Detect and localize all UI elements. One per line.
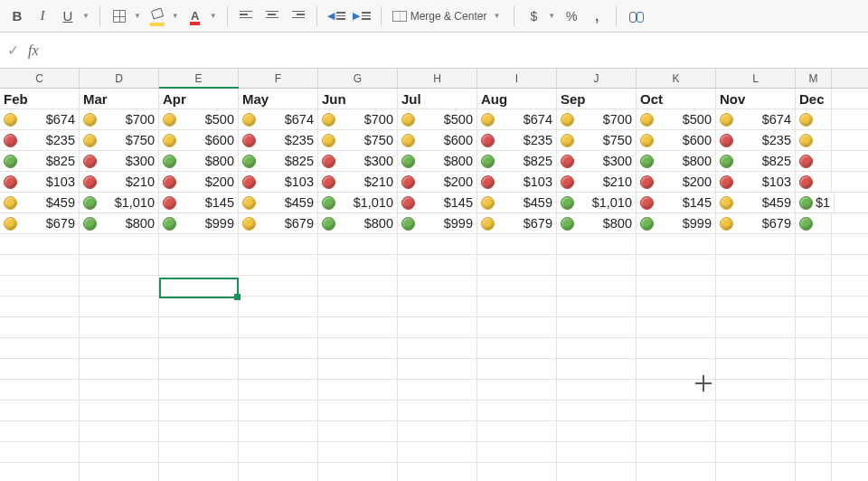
empty-cell[interactable] — [796, 359, 832, 379]
empty-cell[interactable] — [637, 463, 716, 481]
month-header-cell[interactable]: Nov — [716, 89, 796, 108]
empty-cell[interactable] — [159, 359, 239, 379]
column-header[interactable]: G — [318, 69, 398, 88]
empty-cell[interactable] — [557, 380, 637, 400]
chevron-down-icon[interactable]: ▼ — [207, 12, 220, 20]
empty-cell[interactable] — [239, 276, 318, 296]
column-header[interactable]: I — [477, 69, 557, 88]
fx-icon[interactable]: fx — [28, 42, 39, 59]
underline-combo[interactable]: U ▼ — [56, 5, 92, 28]
empty-cell[interactable] — [477, 421, 557, 441]
align-center-button[interactable] — [260, 5, 284, 28]
empty-cell[interactable] — [557, 276, 637, 296]
empty-cell[interactable] — [796, 442, 832, 462]
empty-cell[interactable] — [80, 255, 159, 275]
percent-button[interactable]: % — [560, 5, 583, 28]
font-color-combo[interactable]: A ▼ — [184, 5, 220, 28]
data-cell[interactable]: $235 — [239, 130, 318, 150]
underline-button[interactable]: U — [56, 5, 80, 28]
empty-cell[interactable] — [637, 401, 716, 420]
data-cell[interactable]: $1,010 — [80, 193, 159, 212]
empty-cell[interactable] — [477, 276, 557, 296]
empty-cell[interactable] — [796, 401, 832, 420]
borders-combo[interactable]: ▼ — [108, 5, 144, 28]
empty-cell[interactable] — [80, 401, 159, 420]
data-cell[interactable]: $600 — [637, 130, 716, 150]
empty-cell[interactable] — [80, 234, 159, 254]
empty-cell[interactable] — [477, 401, 557, 420]
empty-cell[interactable] — [716, 297, 796, 316]
empty-cell[interactable] — [318, 442, 398, 462]
data-cell[interactable]: $459 — [0, 193, 80, 212]
empty-cell[interactable] — [477, 380, 557, 400]
empty-cell[interactable] — [398, 442, 477, 462]
empty-cell[interactable] — [796, 463, 832, 481]
data-cell[interactable]: $1,010 — [318, 193, 398, 212]
empty-cell[interactable] — [477, 359, 557, 379]
column-header[interactable]: H — [398, 69, 477, 88]
empty-cell[interactable] — [637, 255, 716, 275]
data-cell[interactable] — [796, 213, 832, 233]
data-cell[interactable]: $200 — [159, 172, 239, 192]
chevron-down-icon[interactable]: ▼ — [131, 12, 144, 20]
data-cell[interactable]: $459 — [716, 193, 796, 212]
empty-cell[interactable] — [398, 255, 477, 275]
data-cell[interactable]: $800 — [557, 213, 637, 233]
month-header-cell[interactable]: Aug — [477, 89, 557, 108]
data-cell[interactable]: $700 — [80, 109, 159, 129]
data-cell[interactable]: $1,010 — [557, 193, 637, 212]
empty-cell[interactable] — [557, 255, 637, 275]
data-cell[interactable]: $674 — [716, 109, 796, 129]
data-cell[interactable]: $825 — [239, 151, 318, 171]
empty-cell[interactable] — [159, 234, 239, 254]
column-header[interactable]: F — [239, 69, 318, 88]
empty-cell[interactable] — [398, 380, 477, 400]
data-cell[interactable]: $235 — [0, 130, 80, 150]
empty-cell[interactable] — [557, 442, 637, 462]
empty-cell[interactable] — [318, 297, 398, 316]
data-cell[interactable]: $800 — [398, 151, 477, 171]
data-cell[interactable]: $145 — [159, 193, 239, 212]
empty-cell[interactable] — [239, 255, 318, 275]
empty-cell[interactable] — [637, 317, 716, 337]
data-cell[interactable]: $600 — [398, 130, 477, 150]
empty-cell[interactable] — [398, 401, 477, 420]
empty-cell[interactable] — [239, 297, 318, 316]
empty-cell[interactable] — [0, 297, 80, 316]
empty-cell[interactable] — [398, 276, 477, 296]
month-header-cell[interactable]: Jul — [398, 89, 477, 108]
empty-cell[interactable] — [159, 297, 239, 316]
empty-cell[interactable] — [716, 317, 796, 337]
empty-cell[interactable] — [557, 421, 637, 441]
data-cell[interactable]: $210 — [557, 172, 637, 192]
data-cell[interactable]: $459 — [239, 193, 318, 212]
data-cell[interactable]: $999 — [637, 213, 716, 233]
column-header[interactable]: K — [637, 69, 716, 88]
data-cell[interactable]: $750 — [318, 130, 398, 150]
empty-cell[interactable] — [796, 234, 832, 254]
italic-button[interactable]: I — [31, 5, 54, 28]
chevron-down-icon[interactable]: ▼ — [545, 12, 558, 20]
data-cell[interactable]: $800 — [318, 213, 398, 233]
empty-cell[interactable] — [796, 276, 832, 296]
data-cell[interactable]: $679 — [477, 213, 557, 233]
empty-cell[interactable] — [159, 317, 239, 337]
empty-cell[interactable] — [159, 380, 239, 400]
data-cell[interactable]: $500 — [159, 109, 239, 129]
empty-cell[interactable] — [0, 442, 80, 462]
empty-cell[interactable] — [0, 317, 80, 337]
empty-cell[interactable] — [477, 234, 557, 254]
data-cell[interactable]: $999 — [398, 213, 477, 233]
empty-cell[interactable] — [239, 421, 318, 441]
empty-cell[interactable] — [716, 234, 796, 254]
empty-cell[interactable] — [239, 338, 318, 358]
empty-cell[interactable] — [477, 317, 557, 337]
empty-cell[interactable] — [477, 297, 557, 316]
empty-cell[interactable] — [796, 421, 832, 441]
data-cell[interactable] — [796, 172, 832, 192]
empty-cell[interactable] — [318, 380, 398, 400]
data-cell[interactable]: $103 — [0, 172, 80, 192]
column-header[interactable]: M — [796, 69, 832, 88]
empty-cell[interactable] — [398, 338, 477, 358]
empty-cell[interactable] — [557, 338, 637, 358]
